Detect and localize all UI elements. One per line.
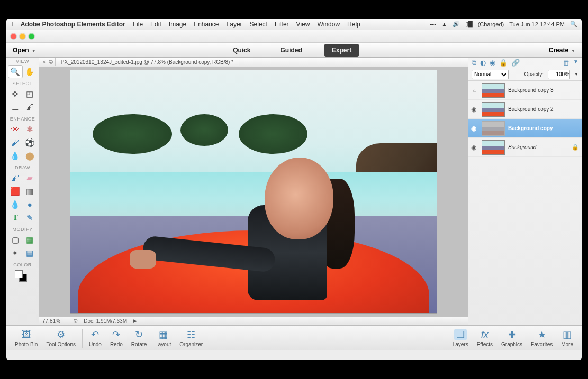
visibility-toggle-icon[interactable]: ☜: [471, 87, 478, 94]
opacity-chevron-icon[interactable]: ▼: [574, 72, 578, 77]
layout-button[interactable]: ▦Layout: [151, 328, 175, 348]
menu-edit[interactable]: Edit: [150, 21, 161, 28]
menu-layer[interactable]: Layer: [227, 21, 242, 28]
rotate-button[interactable]: ↻Rotate: [127, 328, 151, 348]
panel-menu-icon[interactable]: ▼: [573, 59, 578, 67]
marquee-tool[interactable]: ◰: [23, 87, 38, 100]
quick-select-tool[interactable]: 🖌: [23, 100, 38, 114]
sponge-tool[interactable]: ⬤: [23, 149, 38, 162]
layer-name[interactable]: Background copy 3: [508, 87, 579, 93]
shape-tool[interactable]: ●: [23, 198, 38, 211]
redeye-tool[interactable]: 👁: [8, 123, 23, 136]
brush-tool[interactable]: 🖌: [8, 171, 23, 184]
tab-guided[interactable]: Guided: [273, 44, 309, 57]
redo-button[interactable]: ↷Redo: [106, 328, 127, 348]
move-tool[interactable]: ✥: [8, 87, 23, 100]
delete-layer-icon[interactable]: 🗑: [563, 59, 569, 67]
clone-stamp-tool[interactable]: ⚽: [23, 136, 38, 149]
organizer-button[interactable]: ☷Organizer: [175, 328, 207, 348]
photo-bin-button[interactable]: 🖼Photo Bin: [11, 328, 42, 348]
volume-icon[interactable]: 🔊: [453, 21, 460, 27]
minimize-window-button[interactable]: [20, 33, 25, 39]
doc-info[interactable]: Doc: 1.91M/7.63M: [84, 318, 127, 324]
straighten-tool[interactable]: ▤: [23, 246, 38, 260]
layer-row[interactable]: ◉Background🔒: [468, 138, 582, 157]
undo-button[interactable]: ↶Undo: [85, 328, 106, 348]
adjustment-layer-icon[interactable]: ◉: [490, 59, 495, 67]
smart-brush-tool[interactable]: 🖌: [8, 136, 23, 149]
menu-select[interactable]: Select: [250, 21, 267, 28]
cookie-cutter-tool[interactable]: ✦: [8, 246, 23, 260]
visibility-toggle-icon[interactable]: ◉: [471, 106, 478, 113]
graphics-button[interactable]: ✚Graphics: [497, 328, 527, 348]
opacity-input[interactable]: [548, 70, 570, 79]
hand-tool[interactable]: ✋: [23, 65, 38, 78]
menu-image[interactable]: Image: [169, 21, 186, 28]
layer-row[interactable]: ☜Background copy 3: [468, 81, 582, 100]
layer-row[interactable]: ◉Background copy: [468, 119, 582, 138]
color-picker[interactable]: [6, 269, 39, 282]
open-button[interactable]: Open▼: [13, 47, 36, 54]
layer-thumbnail[interactable]: [482, 102, 505, 117]
menu-file[interactable]: File: [133, 21, 143, 28]
effects-button[interactable]: fxEffects: [473, 328, 497, 348]
image-canvas[interactable]: [70, 70, 437, 313]
visibility-toggle-icon[interactable]: ◉: [471, 144, 478, 151]
lock-layer-icon[interactable]: 🔒: [499, 59, 508, 67]
eraser-tool[interactable]: ▰: [23, 171, 38, 184]
link-layers-icon[interactable]: 🔗: [511, 59, 520, 67]
canvas[interactable]: [39, 67, 468, 317]
menu-help[interactable]: Help: [347, 21, 360, 28]
menu-window[interactable]: Window: [317, 21, 340, 28]
spot-heal-tool[interactable]: ✱: [23, 123, 38, 136]
layers-panel-toolbar: ⧉ ◐ ◉ 🔒 🔗 🗑 ▼: [468, 58, 582, 68]
tab-quick[interactable]: Quick: [225, 44, 258, 57]
document-tab[interactable]: PX_20120310_1324J_edited-1.jpg @ 77.8% (…: [55, 58, 239, 66]
lasso-tool[interactable]: ⚊: [8, 100, 23, 114]
layer-thumbnail[interactable]: [482, 121, 505, 136]
tab-expert[interactable]: Expert: [324, 44, 359, 57]
visibility-toggle-icon[interactable]: ◉: [471, 125, 478, 132]
close-window-button[interactable]: [11, 33, 16, 39]
blend-mode-select[interactable]: Normal: [472, 70, 509, 79]
opacity-label: Opacity:: [524, 71, 544, 77]
create-button[interactable]: Create▼: [549, 47, 575, 54]
layers-button[interactable]: ❏Layers: [448, 328, 473, 348]
pencil-tool[interactable]: ✎: [23, 211, 38, 224]
overflow-icon[interactable]: •••: [430, 21, 436, 27]
wifi-icon[interactable]: ▲: [441, 21, 447, 27]
layer-thumbnail[interactable]: [482, 83, 505, 98]
info-chevron-icon[interactable]: ▶: [133, 318, 137, 323]
zoom-window-button[interactable]: [29, 33, 34, 39]
crop-tool[interactable]: ▢: [8, 233, 23, 246]
clock[interactable]: Tue Jun 12 12:44 PM: [509, 21, 565, 27]
layer-name[interactable]: Background copy 2: [508, 106, 579, 112]
app-name[interactable]: Adobe Photoshop Elements Editor: [21, 21, 125, 28]
menu-view[interactable]: View: [296, 21, 310, 28]
tool-options-button[interactable]: ⚙Tool Options: [42, 328, 80, 348]
new-layer-icon[interactable]: ⧉: [472, 59, 476, 67]
layer-name[interactable]: Background copy: [508, 125, 579, 131]
eyedropper-tool[interactable]: 💧: [8, 198, 23, 211]
layer-mask-icon[interactable]: ◐: [480, 59, 486, 67]
foreground-swatch[interactable]: [15, 270, 23, 278]
zoom-tool[interactable]: 🔍: [8, 65, 23, 78]
more-button[interactable]: ▥More: [557, 328, 577, 348]
section-draw: DRAW: [6, 164, 39, 171]
apple-icon[interactable]: : [11, 20, 13, 28]
type-tool[interactable]: T: [8, 211, 23, 224]
zoom-readout[interactable]: 77.81%: [42, 318, 67, 324]
favorites-button[interactable]: ★Favorites: [527, 328, 557, 348]
recompose-tool[interactable]: ▦: [23, 233, 38, 246]
blur-tool[interactable]: 💧: [8, 149, 23, 162]
spotlight-icon[interactable]: 🔍: [570, 21, 577, 27]
menu-filter[interactable]: Filter: [275, 21, 289, 28]
battery-icon[interactable]: ▯█: [465, 21, 473, 27]
layer-row[interactable]: ◉Background copy 2: [468, 100, 582, 119]
layer-name[interactable]: Background: [508, 144, 568, 150]
fill-tool[interactable]: 🟥: [8, 184, 23, 198]
menu-enhance[interactable]: Enhance: [194, 21, 219, 28]
gradient-tool[interactable]: ▥: [23, 184, 38, 198]
layer-thumbnail[interactable]: [482, 140, 505, 155]
tab-close-icon[interactable]: ×: [42, 59, 46, 65]
